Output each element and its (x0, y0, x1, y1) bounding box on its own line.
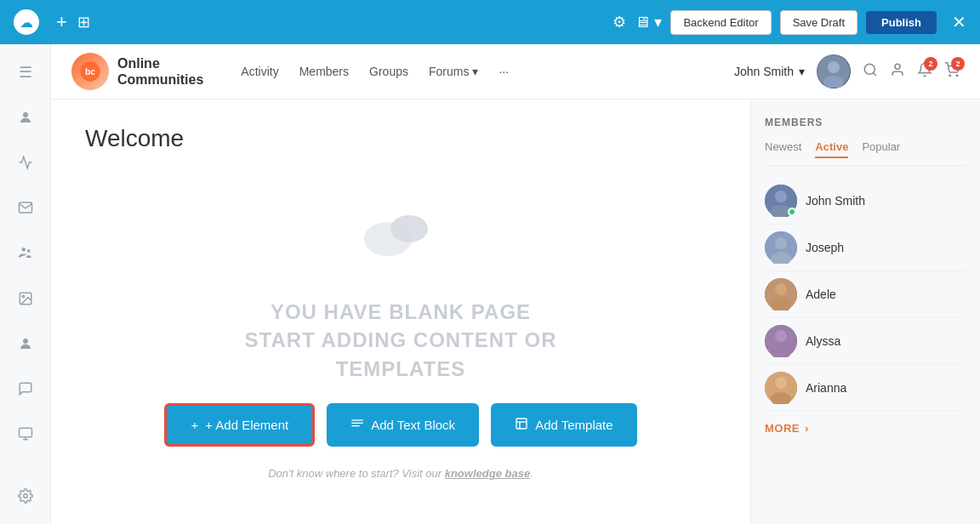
members-tab-popular[interactable]: Popular (862, 140, 900, 158)
members-title: MEMBERS (765, 117, 966, 128)
member-avatar-joseph (765, 231, 797, 264)
user-name[interactable]: John Smith ▾ (734, 65, 805, 78)
sidebar-chat-icon[interactable] (10, 374, 41, 402)
content-area: bc OnlineCommunities Activity Members Gr… (51, 44, 980, 524)
chevron-right-icon: › (805, 422, 809, 435)
svg-point-4 (22, 295, 24, 297)
top-bar-right: ⚙ 🖥 ▾ Backend Editor Save Draft Publish … (612, 10, 966, 35)
member-name[interactable]: Arianna (806, 381, 846, 395)
svg-point-32 (775, 237, 787, 249)
more-button[interactable]: MORE › (765, 422, 966, 435)
user-avatar[interactable] (817, 54, 851, 88)
sidebar-menu-icon[interactable]: ☰ (10, 58, 41, 86)
user-chevron-icon: ▾ (799, 65, 805, 78)
svg-point-1 (21, 248, 26, 252)
hint-text: Don't know where to start? Visit our kno… (268, 467, 533, 480)
svg-point-0 (23, 112, 28, 117)
nav-activity[interactable]: Activity (234, 61, 285, 82)
blank-icon (362, 205, 439, 277)
template-icon (515, 417, 528, 433)
sidebar-person-icon[interactable] (10, 329, 41, 357)
svg-point-17 (895, 64, 900, 69)
svg-point-13 (828, 61, 840, 73)
nav-groups[interactable]: Groups (362, 61, 415, 82)
layout-icon[interactable]: ⊞ (77, 13, 90, 31)
site-logo-circle: bc (71, 53, 109, 90)
nav-members[interactable]: Members (293, 61, 356, 82)
gear-icon[interactable]: ⚙ (612, 13, 626, 31)
left-sidebar: ☰ (0, 44, 51, 524)
svg-point-18 (949, 75, 951, 77)
nav-forums[interactable]: Forums ▾ (422, 61, 485, 82)
svg-point-9 (23, 494, 27, 498)
site-header: bc OnlineCommunities Activity Members Gr… (51, 44, 980, 100)
member-avatar-adele (765, 278, 797, 310)
knowledge-base-link[interactable]: knowledge base (445, 467, 530, 480)
member-item: Adele (765, 271, 966, 318)
svg-point-15 (864, 64, 875, 74)
sidebar-groups-icon[interactable] (10, 239, 41, 267)
cart-badge: 2 (951, 57, 965, 71)
monitor-icon[interactable]: 🖥 ▾ (635, 13, 662, 31)
svg-line-16 (873, 72, 875, 75)
page-title: Welcome (85, 125, 716, 152)
svg-point-19 (956, 75, 958, 77)
backend-editor-button[interactable]: Backend Editor (670, 10, 771, 35)
main-layout: ☰ (0, 44, 980, 524)
sidebar-inbox-icon[interactable] (10, 194, 41, 222)
add-element-button[interactable]: + + Add Element (164, 403, 315, 447)
member-name[interactable]: Alyssa (806, 334, 840, 348)
svg-point-5 (23, 339, 28, 344)
logo-icon: ☁ (20, 14, 33, 31)
publish-button[interactable]: Publish (866, 11, 937, 34)
add-template-button[interactable]: Add Template (491, 403, 636, 447)
members-tab-active[interactable]: Active (815, 140, 848, 158)
sidebar-activity-icon[interactable] (10, 148, 41, 176)
page-area: Welcome YOU HAVE BLANK PAGE START ADDING… (51, 100, 980, 524)
svg-rect-6 (19, 428, 31, 437)
online-indicator (788, 208, 796, 216)
svg-rect-23 (352, 423, 363, 424)
action-buttons: + + Add Element Add Text Block (164, 403, 636, 447)
app-logo: ☁ (14, 9, 39, 35)
svg-point-41 (775, 377, 787, 389)
members-tab-newest[interactable]: Newest (765, 140, 801, 158)
svg-text:bc: bc (85, 67, 95, 77)
member-item: John Smith (765, 178, 966, 225)
sidebar-monitor2-icon[interactable] (10, 420, 41, 448)
sidebar-image-icon[interactable] (10, 284, 41, 312)
svg-point-2 (26, 249, 30, 253)
svg-point-38 (775, 330, 787, 342)
notifications-icon[interactable]: 2 (917, 62, 932, 82)
forums-chevron-icon: ▾ (472, 65, 478, 78)
member-name[interactable]: John Smith (806, 194, 865, 208)
header-right: John Smith ▾ 2 (734, 54, 960, 88)
blank-section: YOU HAVE BLANK PAGE START ADDING CONTENT… (85, 186, 716, 498)
search-icon[interactable] (863, 62, 878, 82)
svg-rect-22 (352, 420, 363, 421)
blank-page-message: YOU HAVE BLANK PAGE START ADDING CONTENT… (245, 298, 557, 384)
svg-rect-25 (516, 419, 527, 429)
svg-point-21 (390, 215, 428, 242)
member-item: Alyssa (765, 318, 966, 365)
site-logo-text: OnlineCommunities (117, 55, 203, 88)
save-draft-button[interactable]: Save Draft (780, 10, 858, 35)
svg-rect-24 (352, 425, 360, 426)
user-avatar-img (817, 54, 851, 88)
member-avatar-john (765, 185, 797, 217)
member-item: Joseph (765, 225, 966, 271)
close-icon[interactable]: ✕ (952, 12, 966, 32)
sidebar-user-icon[interactable] (10, 103, 41, 131)
svg-point-35 (775, 283, 787, 295)
inbox-icon[interactable] (890, 62, 905, 82)
top-bar: ☁ + ⊞ ⚙ 🖥 ▾ Backend Editor Save Draft Pu… (0, 0, 980, 44)
member-name[interactable]: Joseph (806, 241, 844, 254)
add-text-block-button[interactable]: Add Text Block (327, 403, 479, 447)
svg-point-29 (775, 191, 787, 202)
member-avatar-arianna (765, 372, 797, 404)
member-name[interactable]: Adele (806, 288, 836, 301)
sidebar-settings-icon[interactable] (10, 482, 41, 510)
add-button[interactable]: + (56, 11, 67, 33)
cart-icon[interactable]: 2 (944, 62, 960, 82)
nav-more[interactable]: ··· (492, 61, 516, 82)
